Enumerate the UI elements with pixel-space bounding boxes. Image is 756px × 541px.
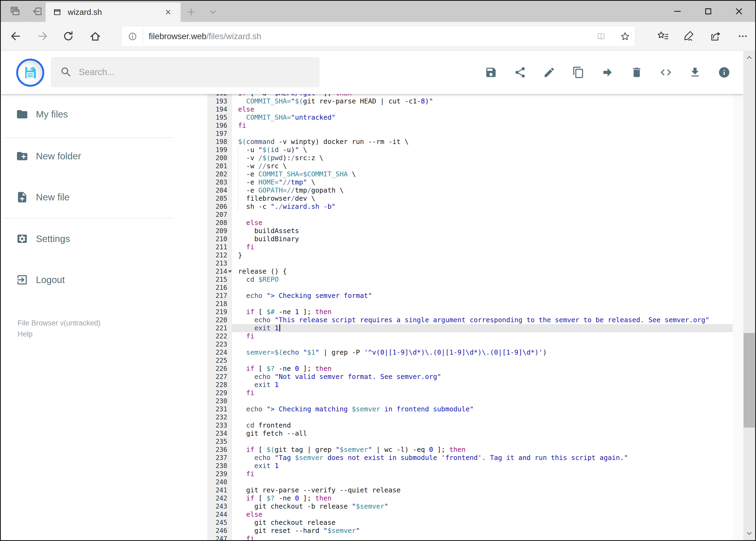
line-number[interactable]: 194	[207, 105, 232, 114]
line-number[interactable]: 212	[207, 251, 232, 259]
code-line[interactable]: 214release () {	[207, 268, 733, 275]
code-line[interactable]: 207	[207, 211, 733, 219]
line-number[interactable]: 209	[207, 227, 232, 235]
line-number[interactable]: 241	[207, 486, 232, 494]
set-tabs-aside-icon[interactable]	[31, 5, 43, 17]
code-line[interactable]: 199 -u "$(id -u)" \	[207, 146, 733, 154]
code-line[interactable]: 236 if [ $(git tag | grep "$semver" | wc…	[207, 446, 733, 454]
share-page-icon[interactable]	[709, 30, 721, 42]
reading-view-icon[interactable]	[596, 31, 607, 42]
sidebar-item-new-folder[interactable]: New folder	[1, 144, 207, 168]
line-number[interactable]: 245	[207, 519, 232, 527]
sidebar-help-link[interactable]: Help	[18, 330, 33, 338]
code-line[interactable]: 216	[207, 283, 733, 292]
code-line[interactable]: 215 cd $REPO	[207, 275, 733, 283]
line-number[interactable]: 206	[207, 203, 232, 211]
code-line[interactable]: 211 fi	[207, 243, 733, 251]
code-line[interactable]: 213	[207, 259, 733, 268]
line-number[interactable]: 247	[207, 535, 232, 540]
page-scrollbar[interactable]	[743, 51, 755, 540]
line-number[interactable]: 193	[207, 97, 232, 105]
code-icon[interactable]	[660, 66, 672, 79]
code-line[interactable]: 244 else	[207, 510, 733, 519]
line-number[interactable]: 221	[207, 324, 232, 332]
scrollbar-thumb[interactable]	[744, 333, 755, 427]
copy-icon[interactable]	[572, 66, 585, 79]
fold-toggle-icon[interactable]	[228, 270, 232, 273]
code-line[interactable]: 243 git checkout -b release "$semver"	[207, 502, 733, 510]
line-number[interactable]: 242	[207, 494, 232, 502]
code-line[interactable]: 225	[207, 356, 733, 365]
code-line[interactable]: 245 git checkout release	[207, 519, 733, 527]
code-line[interactable]: 239 fi	[207, 470, 733, 478]
sidebar-item-settings[interactable]: Settings	[1, 227, 207, 251]
code-editor[interactable]: 192if [ -d "$REPO/.git" ]; then193 COMMI…	[207, 94, 733, 540]
line-number[interactable]: 199	[207, 146, 232, 154]
search-box[interactable]	[51, 57, 320, 87]
close-button[interactable]	[733, 5, 745, 17]
code-line[interactable]: 206 sh -c "./wizard.sh -b"	[207, 203, 733, 211]
address-url[interactable]: filebrowser.web/files/wizard.sh	[149, 26, 261, 46]
tab-close-icon[interactable]	[164, 8, 172, 16]
code-line[interactable]: 229 fi	[207, 389, 733, 397]
minimize-button[interactable]	[671, 5, 683, 17]
line-number[interactable]: 208	[207, 219, 232, 227]
code-line[interactable]: 220 echo "This release script requires a…	[207, 316, 733, 324]
line-number[interactable]: 226	[207, 365, 232, 373]
code-line[interactable]: 231 echo "> Checking matching $semver in…	[207, 405, 733, 413]
share-icon[interactable]	[514, 66, 526, 79]
code-line[interactable]: 209 buildAssets	[207, 227, 733, 235]
line-number[interactable]: 225	[207, 356, 232, 365]
code-line[interactable]: 227 echo "Not valid semver format. See s…	[207, 373, 733, 381]
code-line[interactable]: 233 cd frontend	[207, 421, 733, 429]
line-number[interactable]: 204	[207, 186, 232, 195]
line-number[interactable]: 214	[207, 268, 232, 275]
code-line[interactable]: 200 -v /$(pwd):/src:z \	[207, 154, 733, 162]
code-line[interactable]: 219 if [ $# -ne 1 ]; then	[207, 308, 733, 316]
code-line[interactable]: 247 fi	[207, 535, 733, 540]
line-number[interactable]: 239	[207, 470, 232, 478]
line-number[interactable]: 210	[207, 235, 232, 243]
line-number[interactable]: 202	[207, 170, 232, 178]
tab-list-chevron-icon[interactable]	[208, 7, 218, 17]
line-number[interactable]: 213	[207, 259, 232, 268]
line-number[interactable]: 215	[207, 275, 232, 283]
filebrowser-logo[interactable]	[16, 59, 44, 87]
info-icon[interactable]	[718, 66, 730, 79]
sidebar-item-new-file[interactable]: New file	[1, 185, 207, 209]
line-number[interactable]: 240	[207, 478, 232, 486]
line-number[interactable]: 197	[207, 130, 232, 138]
line-number[interactable]: 235	[207, 437, 232, 446]
line-number[interactable]: 222	[207, 332, 232, 340]
code-line[interactable]: 226 if [ $? -ne 0 ]; then	[207, 365, 733, 373]
code-line[interactable]: 202 -e COMMIT_SHA=$COMMIT_SHA \	[207, 170, 733, 178]
line-number[interactable]: 232	[207, 413, 232, 421]
refresh-icon[interactable]	[62, 30, 75, 42]
code-line[interactable]: 222 fi	[207, 332, 733, 340]
code-line[interactable]: 240	[207, 478, 733, 486]
address-bar[interactable]: filebrowser.web/files/wizard.sh	[122, 26, 635, 47]
sidebar-item-logout[interactable]: Logout	[1, 268, 207, 292]
favorites-hub-icon[interactable]	[657, 30, 669, 42]
line-number[interactable]: 218	[207, 300, 232, 308]
delete-icon[interactable]	[630, 66, 643, 79]
code-line[interactable]: 193 COMMIT_SHA="$(git rev-parse HEAD | c…	[207, 97, 733, 105]
line-number[interactable]: 229	[207, 389, 232, 397]
line-number[interactable]: 227	[207, 373, 232, 381]
code-line[interactable]: 242 if [ $? -ne 0 ]; then	[207, 494, 733, 502]
line-number[interactable]: 246	[207, 527, 232, 535]
line-number[interactable]: 231	[207, 405, 232, 413]
code-line[interactable]: 221 exit 1	[207, 324, 733, 332]
code-line[interactable]: 204 -e GOPATH=//tmp/gopath \	[207, 186, 733, 195]
code-line[interactable]: 201 -w //src \	[207, 162, 733, 170]
line-number[interactable]: 201	[207, 162, 232, 170]
site-info-icon[interactable]	[127, 31, 138, 42]
home-icon[interactable]	[89, 30, 102, 42]
move-icon[interactable]	[601, 66, 614, 79]
line-number[interactable]: 224	[207, 348, 232, 356]
more-icon[interactable]	[737, 30, 749, 42]
line-number[interactable]: 228	[207, 381, 232, 389]
line-number[interactable]: 205	[207, 195, 232, 203]
tabs-preview-icon[interactable]	[9, 5, 21, 17]
browser-tab[interactable]: wizard.sh	[46, 2, 180, 22]
